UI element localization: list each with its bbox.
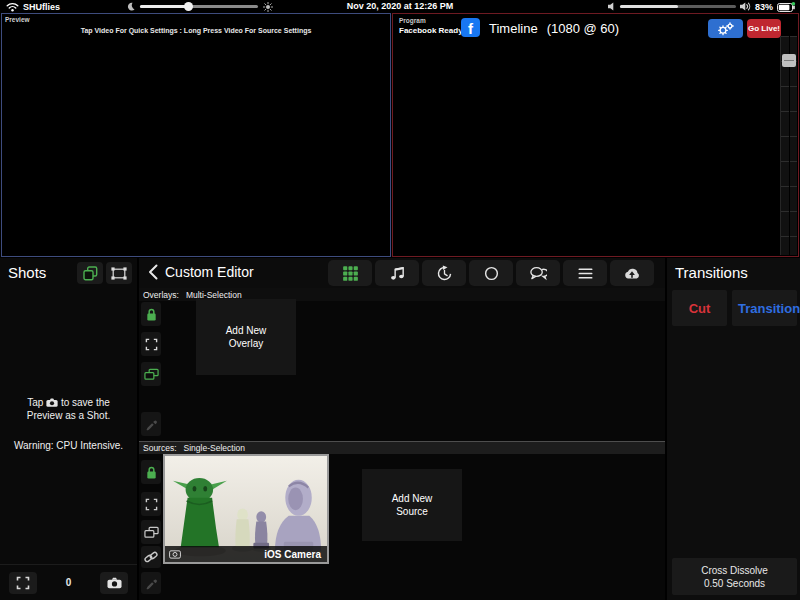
frame-icon [111,267,127,280]
camera-icon [107,577,122,589]
transitions-title: Transitions [675,264,748,281]
thumbnail-caption: iOS Camera [165,546,327,562]
overlays-mode: Multi-Selection [186,290,242,300]
lock-icon [145,307,158,322]
add-source-line2: Source [396,505,428,518]
sources-lock-button[interactable] [141,460,161,484]
tab-music-button[interactable] [375,260,419,286]
displays-icon [144,526,159,539]
volume-high-icon [740,2,751,11]
lock-icon [145,465,158,480]
shots-layers-button[interactable] [77,262,103,284]
tab-list-button[interactable] [563,260,607,286]
eyedropper-icon [145,418,158,431]
volume-slider[interactable] [620,5,736,8]
add-new-source-button[interactable]: Add New Source [362,469,462,541]
sources-displays-button[interactable] [141,520,161,544]
tab-chat-button[interactable] [516,260,560,286]
chat-icon [529,265,547,281]
sources-link-button[interactable] [141,546,161,568]
bottom-section: Shots [0,258,800,600]
shots-hint-line2: Preview as a Shot. [0,409,137,422]
program-destination-row: Timeline (1080 @ 60) [489,21,619,36]
shots-hint-suffix: to save the [61,397,110,408]
shots-hint-prefix: Tap [27,397,43,408]
layers-icon [83,266,98,281]
shots-select-button[interactable] [9,572,37,594]
shots-warning: Warning: CPU Intensive. [0,439,137,452]
program-destination: Timeline [489,21,538,36]
program-panel[interactable]: Program Facebook Ready f Timeline (1080 … [392,13,799,257]
editor-title: Custom Editor [165,264,254,280]
program-label: Program [399,17,426,24]
transition-name: Cross Dissolve [701,564,768,577]
overlays-eyedropper-button[interactable] [141,412,161,436]
current-transition-button[interactable]: Cross Dissolve 0.50 Seconds [672,558,797,595]
chevron-left-icon [148,264,158,280]
overlays-select-button[interactable] [141,332,161,356]
sources-eyedropper-button[interactable] [141,572,161,594]
preview-label: Preview [5,16,30,23]
add-overlay-line2: Overlay [229,337,263,350]
tab-grid-button[interactable] [328,260,372,286]
transition-duration: 0.50 Seconds [704,577,765,590]
shots-hint-line1: Tap to save the [0,396,137,409]
transition-button[interactable]: Transition [732,290,797,326]
back-button[interactable] [147,264,159,282]
go-live-button[interactable]: Go Live! [747,19,781,38]
shots-frame-button[interactable] [106,262,132,284]
marquee-icon [16,576,30,590]
camera-icon [169,549,181,559]
eyedropper-icon [145,577,158,590]
preview-hint: Tap Video For Quick Settings : Long Pres… [2,27,390,34]
tab-circle-button[interactable] [469,260,513,286]
overlays-lock-button[interactable] [141,302,161,326]
list-icon [577,265,594,282]
overlays-displays-button[interactable] [141,362,161,386]
overlays-label: Overlays: [143,290,179,300]
stream-settings-button[interactable] [708,19,743,38]
volume-low-icon [608,2,616,11]
circle-icon [483,265,500,282]
transitions-panel: Transitions Cut Transition Cross Dissolv… [667,258,800,600]
shots-header: Shots [0,258,137,288]
link-icon [144,550,158,564]
cut-button[interactable]: Cut [672,290,727,326]
source-name: iOS Camera [264,549,321,560]
battery-icon [777,2,796,12]
tab-cloud-button[interactable] [610,260,654,286]
shots-footer: 0 [0,564,137,600]
marquee-icon [145,338,158,351]
cloud-upload-icon [623,265,641,281]
custom-editor-panel: Custom Editor [139,258,665,600]
tab-history-button[interactable] [422,260,466,286]
add-overlay-line1: Add New [226,324,267,337]
gears-icon [716,22,735,36]
sources-select-button[interactable] [141,492,161,516]
displays-icon [144,368,159,381]
shots-capture-button[interactable] [100,572,128,594]
sources-mode: Single-Selection [184,443,245,453]
music-icon [389,265,406,282]
battery-percent: 83% [755,2,773,12]
add-new-overlay-button[interactable]: Add New Overlay [196,299,296,375]
editor-header: Custom Editor [139,258,665,288]
facebook-glyph: f [468,20,473,37]
program-format: (1080 @ 60) [547,21,619,36]
shots-title: Shots [8,264,46,281]
status-bar: SHUflies Nov 20, 2020 at 12:26 PM [0,0,800,13]
editor-toolbar [328,260,654,286]
program-status: Facebook Ready [399,26,463,35]
preview-panel[interactable]: Preview Tap Video For Quick Settings : L… [1,13,391,257]
program-audio-fader[interactable] [780,36,797,255]
marquee-icon [145,498,158,511]
facebook-icon: f [461,18,480,37]
shots-count: 0 [66,577,72,588]
sources-section-bar: Sources: Single-Selection [139,441,665,454]
source-thumbnail-ios-camera[interactable]: iOS Camera [163,454,329,564]
grid-icon [342,265,359,282]
shots-hint: Tap to save the Preview as a Shot. Warni… [0,396,137,452]
add-source-line1: Add New [392,492,433,505]
status-right: 83% [608,0,796,13]
fader-handle[interactable] [782,54,796,67]
